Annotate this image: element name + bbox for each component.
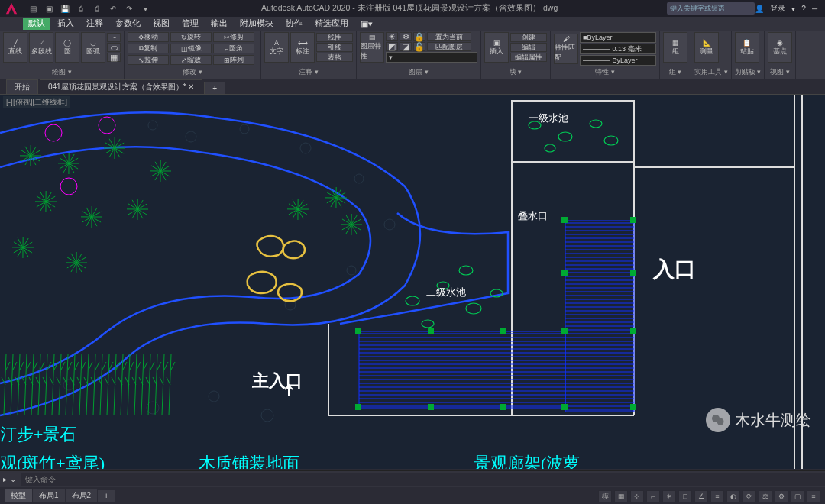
edit-block-button[interactable]: 编辑 <box>510 43 547 52</box>
tab-annotate[interactable]: 注释 <box>81 18 108 30</box>
spline-icon[interactable]: ~ <box>107 33 121 42</box>
panel-layers-label[interactable]: 图层 ▾ <box>360 66 477 77</box>
transparency-toggle-icon[interactable]: ◐ <box>726 490 740 502</box>
grid-toggle-icon[interactable]: ▦ <box>614 490 628 502</box>
tab-default[interactable]: 默认 <box>23 18 50 30</box>
panel-util-label[interactable]: 实用工具 ▾ <box>694 66 728 77</box>
move-button[interactable]: ✥ 移动 <box>128 32 169 42</box>
polar-toggle-icon[interactable]: ✶ <box>662 490 676 502</box>
group-button[interactable]: ▦组 <box>663 32 688 63</box>
layer-combo[interactable]: ▾ <box>386 52 477 63</box>
text-button[interactable]: A文字 <box>264 32 289 63</box>
dimension-button[interactable]: ⟷标注 <box>290 32 315 63</box>
annoscale-icon[interactable]: ⚖ <box>759 490 772 502</box>
tab-layout-add[interactable]: + <box>98 490 115 502</box>
layer-freeze-icon[interactable]: ❄ <box>400 32 412 41</box>
linetype-combo[interactable]: ———— ByLayer <box>580 55 656 66</box>
measure-button[interactable]: 📐测量 <box>694 32 719 63</box>
clean-screen-icon[interactable]: ▢ <box>791 490 804 502</box>
tab-layout2[interactable]: 布局2 <box>66 489 98 502</box>
array-button[interactable]: ⊞ 阵列 <box>213 55 254 65</box>
paste-button[interactable]: 📋粘贴 <box>735 32 759 63</box>
matchlayer-button[interactable]: 匹配图层 <box>427 42 471 51</box>
cycling-toggle-icon[interactable]: ⟳ <box>742 490 756 502</box>
panel-annot-label[interactable]: 注释 ▾ <box>264 66 353 77</box>
tab-start[interactable]: 开始 <box>6 79 38 94</box>
linear-button[interactable]: 线性 <box>316 33 353 42</box>
create-block-button[interactable]: 创建 <box>510 33 547 42</box>
panel-props-label[interactable]: 特性 ▾ <box>554 66 656 77</box>
panel-group-label[interactable]: 组 ▾ <box>663 66 688 77</box>
saveas-icon[interactable]: ⎙ <box>74 2 88 15</box>
layer-off-icon[interactable]: ☀ <box>386 32 398 41</box>
tab-featured[interactable]: 精选应用 <box>309 18 354 30</box>
edit-attr-button[interactable]: 编辑属性 <box>510 53 547 62</box>
arc-button[interactable]: ◡圆弧 <box>81 32 105 63</box>
otrack-toggle-icon[interactable]: ∠ <box>694 490 708 502</box>
plot-icon[interactable]: ⎙ <box>90 2 104 15</box>
leader-button[interactable]: 引线 <box>316 43 353 52</box>
tab-expand-icon[interactable]: ▣▾ <box>355 18 378 29</box>
command-input[interactable]: 键入命令 <box>21 473 825 486</box>
color-combo[interactable]: ■ ByLayer <box>580 32 656 43</box>
exchange-icon[interactable]: ▾ <box>791 5 795 13</box>
lineweight-combo[interactable]: ———— 0.13 毫米 <box>580 44 656 54</box>
user-icon[interactable]: 👤 <box>755 5 764 13</box>
matchprops-button[interactable]: 🖌特性匹配 <box>554 34 578 64</box>
new-icon[interactable]: ▤ <box>26 2 40 15</box>
autocad-logo-icon[interactable] <box>0 0 23 17</box>
fillet-button[interactable]: ⌐ 圆角 <box>213 44 254 53</box>
trim-button[interactable]: ✂ 修剪 <box>213 32 254 42</box>
basepoint-button[interactable]: ◉基点 <box>768 32 792 63</box>
stretch-button[interactable]: ⤡ 拉伸 <box>128 55 169 65</box>
modelspace-toggle[interactable]: 模 <box>598 490 612 502</box>
ellipse-icon[interactable]: ⬭ <box>107 43 121 52</box>
tab-layout1[interactable]: 布局1 <box>33 489 65 502</box>
mirror-button[interactable]: ◫ 镜像 <box>170 44 212 53</box>
lwt-toggle-icon[interactable]: ≡ <box>710 490 724 502</box>
line-button[interactable]: ╱直线 <box>3 32 28 63</box>
circle-button[interactable]: ◯圆 <box>55 32 79 63</box>
layerprops-button[interactable]: ▤图层特性 <box>360 32 384 63</box>
table-button[interactable]: 表格 <box>316 53 353 62</box>
help-icon[interactable]: ? <box>801 5 806 13</box>
tab-output[interactable]: 输出 <box>205 18 233 30</box>
copy-button[interactable]: ⧉ 复制 <box>128 44 169 53</box>
redo-icon[interactable]: ↷ <box>122 2 136 15</box>
tab-file[interactable]: 041屋顶花园景观设计方案（含效果图）* ✕ <box>40 79 202 94</box>
command-line[interactable]: ▸ ⌄ 键入命令 <box>0 470 825 487</box>
tab-view[interactable]: 视图 <box>147 18 175 30</box>
tab-addins[interactable]: 附加模块 <box>235 18 279 30</box>
drawing-canvas[interactable]: [-][俯视][二维线框] <box>0 95 825 469</box>
login-link[interactable]: 登录 <box>770 3 785 14</box>
tab-new[interactable]: + <box>204 82 225 94</box>
panel-view-label[interactable]: 视图 ▾ <box>768 66 792 77</box>
save-icon[interactable]: 💾 <box>58 2 72 15</box>
panel-clip-label[interactable]: 剪贴板 ▾ <box>735 66 762 77</box>
ortho-toggle-icon[interactable]: ⌐ <box>646 490 660 502</box>
layer-uniso-icon[interactable]: ◪ <box>400 42 412 51</box>
tab-manage[interactable]: 管理 <box>176 18 204 30</box>
customize-icon[interactable]: ≡ <box>807 490 820 502</box>
panel-draw-label[interactable]: 绘图 ▾ <box>3 66 121 77</box>
tab-parametric[interactable]: 参数化 <box>110 18 146 30</box>
help-search-input[interactable]: 键入关键字或短语 <box>667 2 755 15</box>
snap-toggle-icon[interactable]: ⊹ <box>630 490 644 502</box>
tab-insert[interactable]: 插入 <box>52 18 79 30</box>
undo-icon[interactable]: ↶ <box>106 2 120 15</box>
minimize-icon[interactable]: ─ <box>812 5 817 13</box>
layer-unlock-icon[interactable]: 🔓 <box>413 42 425 51</box>
layer-iso-icon[interactable]: ◩ <box>386 42 398 51</box>
tab-model[interactable]: 模型 <box>5 489 32 502</box>
panel-modify-label[interactable]: 修改 ▾ <box>128 66 257 77</box>
polyline-button[interactable]: ⟋多段线 <box>29 32 53 63</box>
rotate-button[interactable]: ↻ 旋转 <box>170 32 212 42</box>
open-icon[interactable]: ▣ <box>42 2 56 15</box>
tab-collab[interactable]: 协作 <box>280 18 308 30</box>
setcurrent-button[interactable]: 置为当前 <box>427 32 471 41</box>
layer-lock-icon[interactable]: 🔒 <box>413 32 425 41</box>
workspace-icon[interactable]: ⚙ <box>775 490 788 502</box>
osnap-toggle-icon[interactable]: □ <box>678 490 692 502</box>
insert-button[interactable]: ▣插入 <box>484 32 509 63</box>
qat-more-icon[interactable]: ▾ <box>138 2 152 15</box>
